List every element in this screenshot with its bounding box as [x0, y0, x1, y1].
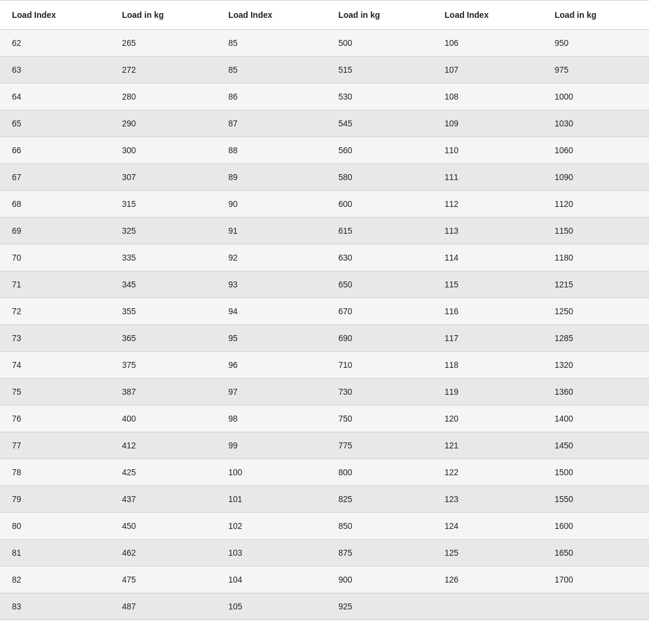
cell-li2-row-16: 100: [217, 459, 326, 486]
cell-kg2-row-3: 545: [326, 110, 432, 137]
cell-kg3-row-15: 1450: [543, 432, 649, 459]
cell-kg1-row-14: 400: [110, 405, 216, 432]
table-row: 73365956901171285: [0, 325, 649, 352]
table-row: 71345936501151215: [0, 271, 649, 298]
col-header-load-kg-3: Load in kg: [543, 1, 649, 30]
cell-li2-row-10: 94: [217, 298, 326, 325]
cell-li2-row-8: 92: [217, 244, 326, 271]
cell-kg1-row-18: 450: [110, 513, 216, 540]
cell-li1-row-19: 81: [0, 540, 110, 566]
cell-li1-row-14: 76: [0, 405, 110, 432]
cell-li3-row-1: 107: [432, 57, 542, 83]
cell-kg2-row-4: 560: [326, 137, 432, 164]
cell-li2-row-15: 99: [217, 432, 326, 459]
cell-li2-row-0: 85: [217, 30, 326, 57]
table-row: 824751049001261700: [0, 566, 649, 593]
cell-li3-row-19: 125: [432, 540, 542, 566]
cell-kg2-row-20: 900: [326, 566, 432, 593]
col-header-load-kg-2: Load in kg: [326, 1, 432, 30]
cell-kg1-row-8: 335: [110, 244, 216, 271]
table-row: 83487105925: [0, 593, 649, 620]
col-header-load-index-1: Load Index: [0, 1, 110, 30]
cell-kg2-row-16: 800: [326, 459, 432, 486]
cell-kg1-row-15: 412: [110, 432, 216, 459]
cell-li2-row-19: 103: [217, 540, 326, 566]
cell-li1-row-5: 67: [0, 164, 110, 191]
cell-li1-row-21: 83: [0, 593, 110, 620]
cell-li2-row-4: 88: [217, 137, 326, 164]
cell-li3-row-5: 111: [432, 164, 542, 191]
cell-li1-row-0: 62: [0, 30, 110, 57]
cell-kg3-row-6: 1120: [543, 191, 649, 218]
cell-kg3-row-13: 1360: [543, 379, 649, 405]
table-row: 77412997751211450: [0, 432, 649, 459]
cell-li1-row-15: 77: [0, 432, 110, 459]
cell-li2-row-1: 85: [217, 57, 326, 83]
table-row: 70335926301141180: [0, 244, 649, 271]
cell-kg3-row-9: 1215: [543, 271, 649, 298]
cell-kg2-row-15: 775: [326, 432, 432, 459]
cell-kg1-row-19: 462: [110, 540, 216, 566]
cell-kg3-row-14: 1400: [543, 405, 649, 432]
cell-kg3-row-8: 1180: [543, 244, 649, 271]
cell-kg1-row-10: 355: [110, 298, 216, 325]
table-row: 814621038751251650: [0, 540, 649, 566]
cell-kg2-row-12: 710: [326, 352, 432, 379]
cell-li1-row-12: 74: [0, 352, 110, 379]
cell-kg1-row-17: 437: [110, 486, 216, 513]
cell-kg1-row-11: 365: [110, 325, 216, 352]
cell-kg2-row-8: 630: [326, 244, 432, 271]
cell-kg2-row-21: 925: [326, 593, 432, 620]
cell-kg1-row-6: 315: [110, 191, 216, 218]
cell-kg2-row-5: 580: [326, 164, 432, 191]
cell-li1-row-7: 69: [0, 218, 110, 244]
cell-li3-row-21: [432, 593, 542, 620]
cell-kg1-row-16: 425: [110, 459, 216, 486]
cell-li1-row-4: 66: [0, 137, 110, 164]
cell-kg3-row-3: 1030: [543, 110, 649, 137]
cell-li3-row-18: 124: [432, 513, 542, 540]
cell-li3-row-7: 113: [432, 218, 542, 244]
cell-li1-row-10: 72: [0, 298, 110, 325]
cell-kg3-row-11: 1285: [543, 325, 649, 352]
cell-kg1-row-12: 375: [110, 352, 216, 379]
cell-li1-row-17: 79: [0, 486, 110, 513]
cell-kg3-row-7: 1150: [543, 218, 649, 244]
cell-li2-row-17: 101: [217, 486, 326, 513]
cell-kg1-row-5: 307: [110, 164, 216, 191]
cell-kg3-row-21: [543, 593, 649, 620]
cell-li3-row-4: 110: [432, 137, 542, 164]
cell-kg1-row-3: 290: [110, 110, 216, 137]
cell-kg3-row-20: 1700: [543, 566, 649, 593]
cell-li1-row-16: 78: [0, 459, 110, 486]
cell-li2-row-13: 97: [217, 379, 326, 405]
cell-li1-row-8: 70: [0, 244, 110, 271]
cell-li2-row-20: 104: [217, 566, 326, 593]
cell-kg1-row-21: 487: [110, 593, 216, 620]
cell-kg3-row-16: 1500: [543, 459, 649, 486]
cell-li2-row-6: 90: [217, 191, 326, 218]
table-header-row: Load Index Load in kg Load Index Load in…: [0, 1, 649, 30]
cell-kg3-row-17: 1550: [543, 486, 649, 513]
table-row: 804501028501241600: [0, 513, 649, 540]
cell-kg2-row-18: 850: [326, 513, 432, 540]
table-row: 6327285515107975: [0, 57, 649, 83]
cell-kg2-row-2: 530: [326, 83, 432, 110]
cell-li2-row-2: 86: [217, 83, 326, 110]
col-header-load-kg-1: Load in kg: [110, 1, 216, 30]
cell-kg2-row-1: 515: [326, 57, 432, 83]
cell-li1-row-20: 82: [0, 566, 110, 593]
table-row: 76400987501201400: [0, 405, 649, 432]
cell-kg1-row-2: 280: [110, 83, 216, 110]
cell-kg3-row-1: 975: [543, 57, 649, 83]
cell-kg2-row-9: 650: [326, 271, 432, 298]
cell-kg3-row-10: 1250: [543, 298, 649, 325]
cell-kg1-row-4: 300: [110, 137, 216, 164]
cell-kg3-row-18: 1600: [543, 513, 649, 540]
cell-li3-row-17: 123: [432, 486, 542, 513]
table-row: 68315906001121120: [0, 191, 649, 218]
table-row: 66300885601101060: [0, 137, 649, 164]
cell-kg2-row-6: 600: [326, 191, 432, 218]
cell-kg2-row-13: 730: [326, 379, 432, 405]
cell-li2-row-14: 98: [217, 405, 326, 432]
